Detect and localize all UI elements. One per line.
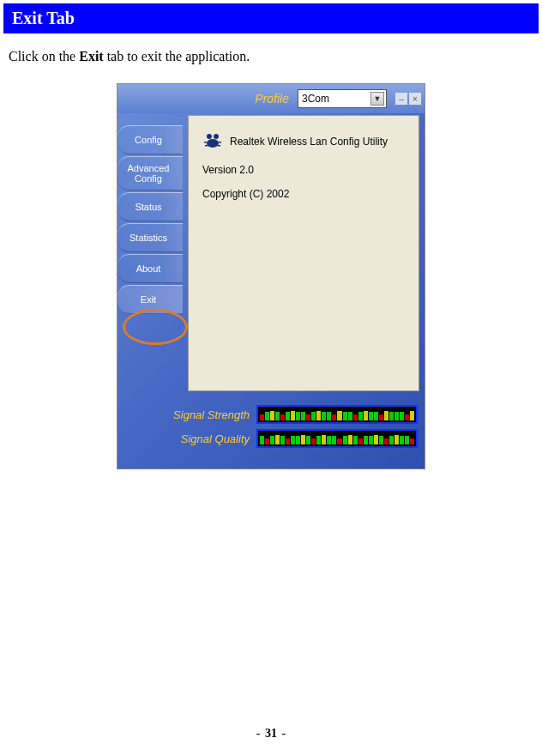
tab-statistics[interactable]: Statistics [117,223,183,252]
app-title: Realtek Wireless Lan Config Utility [230,136,388,148]
svg-point-2 [214,134,219,139]
tab-about[interactable]: About [117,254,183,283]
realtek-crab-icon [202,131,223,152]
section-header: Exit Tab [3,3,539,33]
tab-exit[interactable]: Exit [117,285,183,314]
profile-dropdown[interactable]: 3Com ▼ [298,89,387,108]
window-controls: – × [395,93,421,105]
svg-rect-4 [219,142,221,143]
tab-advanced-config[interactable]: Advanced Config [117,156,183,191]
instruction-text: Click on the Exit tab to exit the applic… [3,45,539,68]
signal-area: Signal Strength Signal Quality [117,400,425,469]
svg-point-1 [207,134,212,139]
profile-value: 3Com [302,93,329,105]
side-tabs: Config Advanced Config Status Statistics… [117,125,183,316]
section-title: Exit Tab [12,9,75,27]
chevron-down-icon[interactable]: ▼ [370,92,384,106]
svg-point-0 [207,139,219,148]
svg-rect-6 [218,145,220,147]
app-version: Version 2.0 [202,164,254,176]
svg-rect-3 [204,142,207,143]
titlebar: Profile 3Com ▼ – × [117,84,425,113]
tab-status[interactable]: Status [117,192,183,221]
content-panel: Realtek Wireless Lan Config Utility Vers… [188,115,419,391]
minimize-icon[interactable]: – [395,93,407,105]
app-copyright: Copyright (C) 2002 [202,188,289,200]
page-footer: - 31 - [0,727,542,741]
signal-quality-label: Signal Quality [155,432,250,445]
profile-label: Profile [255,92,289,106]
app-screenshot: Profile 3Com ▼ – × Realtek Wireless Lan … [117,83,425,469]
close-icon[interactable]: × [409,93,421,105]
signal-strength-meter [256,405,418,424]
tab-config[interactable]: Config [117,125,183,154]
signal-strength-label: Signal Strength [155,408,250,421]
signal-quality-meter [256,429,418,448]
page-number: 31 [265,727,277,740]
svg-rect-5 [205,145,208,147]
